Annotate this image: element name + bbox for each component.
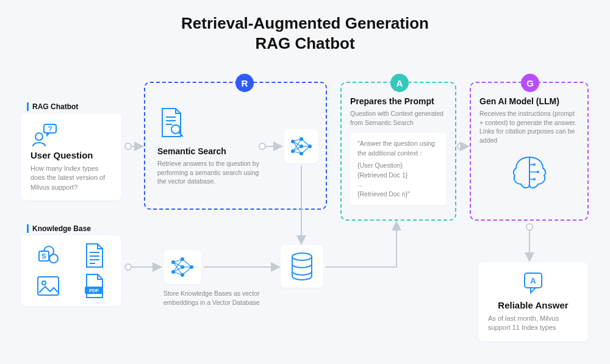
prompt-line-3: {Retrieved Doc 1} xyxy=(357,171,439,180)
answer-icon: A xyxy=(488,271,578,295)
diagram-title: Retrieval-Augmented Generation RAG Chatb… xyxy=(0,13,610,53)
svg-text:PDF: PDF xyxy=(89,288,99,293)
title-line-2: RAG Chatbot xyxy=(255,34,354,52)
prompt-line-5: {Retrieved Doc n}" xyxy=(357,190,439,199)
neural-net-icon xyxy=(284,129,318,163)
brain-icon xyxy=(479,154,579,193)
svg-point-60 xyxy=(125,143,131,149)
augment-box: A Prepares the Prompt Question with Cont… xyxy=(340,82,456,221)
svg-point-31 xyxy=(49,254,58,263)
svg-point-20 xyxy=(300,145,303,148)
embedding-nn-icon xyxy=(163,250,201,284)
reliable-answer-desc: As of last month, Milvus support 11 Inde… xyxy=(488,314,578,333)
kb-label: Knowledge Base xyxy=(27,224,91,233)
embeddings-desc: Store Knowledge Bases as vector embeddin… xyxy=(163,289,267,307)
svg-point-39 xyxy=(42,281,46,285)
document-icon xyxy=(74,243,115,268)
prompt-line-4: ... xyxy=(357,180,439,190)
prompt-line-2: {User Question} xyxy=(357,161,439,171)
svg-point-65 xyxy=(125,264,131,270)
svg-point-6 xyxy=(171,125,180,134)
svg-point-52 xyxy=(171,270,175,274)
user-question-desc: How many Index types does the latest ver… xyxy=(30,164,112,192)
semantic-search-title: Semantic Search xyxy=(157,146,267,156)
a-badge: A xyxy=(390,74,409,92)
svg-point-55 xyxy=(181,273,184,277)
sharepoint-icon: S xyxy=(28,243,69,268)
svg-point-54 xyxy=(181,265,184,269)
reliable-answer-card: A Reliable Answer As of last month, Milv… xyxy=(478,262,588,341)
svg-text:A: A xyxy=(530,276,536,285)
user-question-card: ? User Question How many Index types doe… xyxy=(21,113,121,201)
svg-point-56 xyxy=(190,265,193,269)
prompt-template-card: "Answer the question using the additiona… xyxy=(350,133,447,205)
image-icon xyxy=(28,273,69,299)
svg-text:S: S xyxy=(42,252,46,260)
document-search-icon xyxy=(157,107,185,139)
svg-rect-38 xyxy=(38,277,59,295)
svg-point-18 xyxy=(291,149,295,153)
vector-db-icon xyxy=(281,245,323,288)
user-question-title: User Question xyxy=(30,150,112,160)
gen-ai-desc: Receives the instructions (prompt + cont… xyxy=(479,109,579,145)
svg-point-19 xyxy=(300,137,303,141)
pdf-icon: PDF xyxy=(74,273,115,299)
svg-point-68 xyxy=(458,143,464,149)
prepares-prompt-desc: Question with Context generated from Sem… xyxy=(350,109,447,127)
r-badge: R xyxy=(235,74,254,92)
svg-point-0 xyxy=(35,133,43,140)
svg-text:?: ? xyxy=(48,125,52,132)
svg-point-17 xyxy=(291,140,295,143)
semantic-search-desc: Retrieve answers to the question by perf… xyxy=(157,159,267,186)
svg-point-70 xyxy=(526,224,533,230)
g-badge: G xyxy=(521,74,539,92)
rag-chatbot-label: RAG Chatbot xyxy=(27,102,78,111)
reliable-answer-title: Reliable Answer xyxy=(488,300,578,310)
gen-ai-title: Gen AI Model (LLM) xyxy=(479,96,579,106)
generate-box: G Gen AI Model (LLM) Receives the instru… xyxy=(470,82,589,221)
svg-point-51 xyxy=(171,260,175,264)
knowledge-base-card: S PDF xyxy=(21,235,121,306)
prepares-prompt-title: Prepares the Prompt xyxy=(350,96,447,106)
svg-point-53 xyxy=(181,257,184,261)
svg-point-57 xyxy=(292,253,312,260)
svg-point-22 xyxy=(308,145,312,148)
svg-point-21 xyxy=(300,152,303,155)
user-question-icon: ? xyxy=(30,122,112,146)
prompt-line-1: "Answer the question using the additiona… xyxy=(357,139,439,159)
title-line-1: Retrieval-Augmented Generation xyxy=(181,14,429,32)
